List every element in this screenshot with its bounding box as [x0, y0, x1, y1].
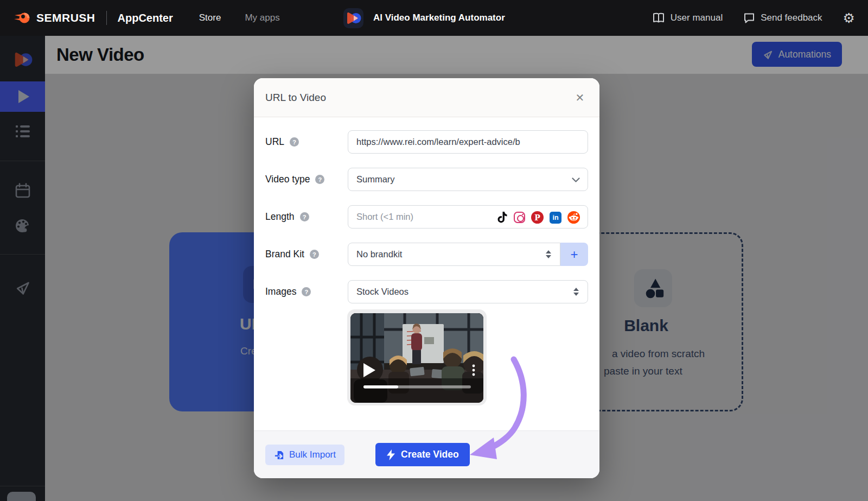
gear-icon[interactable]: ⚙ [843, 11, 855, 25]
kebab-menu-icon [473, 365, 475, 376]
help-icon[interactable]: ? [310, 250, 319, 259]
video-type-row: Video type ? Summary [254, 168, 599, 191]
brand-name: SEMRUSH [36, 11, 95, 24]
topbar-nav: Store My apps [199, 12, 280, 23]
length-value: Short (<1 min) [356, 212, 413, 222]
modal-header: URL to Video ✕ [254, 78, 599, 117]
modal-title: URL to Video [265, 92, 326, 104]
app-logo-icon [343, 8, 363, 28]
updown-icon [546, 250, 551, 258]
bulk-import-button[interactable]: Bulk Import [265, 445, 344, 465]
images-row: Images ? Stock Videos [254, 280, 599, 303]
help-icon[interactable]: ? [290, 137, 299, 147]
book-icon [652, 12, 665, 24]
brand-kit-select[interactable]: No brandkit [348, 243, 560, 266]
url-to-video-modal: URL to Video ✕ URL ? https://www.rei.com… [254, 78, 599, 478]
bolt-icon [386, 449, 395, 460]
brand-kit-label: Brand Kit ? [265, 243, 319, 266]
file-import-icon [274, 450, 284, 460]
user-manual-label: User manual [671, 12, 723, 23]
user-manual-button[interactable]: User manual [652, 12, 723, 24]
add-brand-kit-button[interactable]: + [560, 243, 588, 266]
length-select[interactable]: Short (<1 min) P in [348, 205, 588, 229]
close-icon[interactable]: ✕ [572, 90, 588, 105]
url-input[interactable]: https://www.rei.com/learn/expert-advice/… [348, 130, 588, 154]
video-type-value: Summary [356, 174, 395, 185]
video-preview[interactable] [350, 313, 483, 403]
url-value: https://www.rei.com/learn/expert-advice/… [356, 137, 520, 147]
chevron-down-icon [572, 177, 580, 182]
video-thumbnail [350, 313, 483, 403]
video-type-select[interactable]: Summary [348, 168, 588, 191]
platform-icons: P in [495, 211, 580, 224]
length-label: Length ? [265, 205, 309, 229]
updown-icon [573, 288, 579, 296]
images-select[interactable]: Stock Videos [348, 280, 588, 303]
url-row: URL ? https://www.rei.com/learn/expert-a… [254, 130, 599, 154]
app-title: AI Video Marketing Automator [373, 12, 505, 23]
video-type-label: Video type ? [265, 168, 324, 191]
video-preview-card [347, 309, 487, 405]
help-icon[interactable]: ? [315, 175, 324, 184]
app-window: SEMRUSH AppCenter Store My apps AI Video… [0, 0, 868, 501]
progress-fill [363, 385, 398, 389]
chat-icon [743, 12, 755, 24]
send-feedback-button[interactable]: Send feedback [743, 12, 822, 24]
images-value: Stock Videos [356, 287, 409, 297]
linkedin-icon: in [550, 212, 561, 224]
bulk-import-label: Bulk Import [289, 449, 336, 460]
create-video-button[interactable]: Create Video [375, 443, 470, 466]
topbar: SEMRUSH AppCenter Store My apps AI Video… [0, 0, 868, 36]
reddit-icon [567, 211, 580, 224]
suite-name: AppCenter [118, 12, 173, 24]
create-video-label: Create Video [401, 449, 459, 460]
semrush-brand[interactable]: SEMRUSH AppCenter [13, 9, 173, 27]
semrush-logo-icon [13, 9, 31, 27]
topbar-actions: User manual Send feedback ⚙ [652, 0, 855, 36]
send-feedback-label: Send feedback [761, 12, 822, 23]
current-app: AI Video Marketing Automator [343, 0, 505, 36]
help-icon[interactable]: ? [300, 212, 309, 221]
pinterest-icon: P [531, 211, 544, 224]
instagram-icon [514, 212, 525, 223]
nav-my-apps[interactable]: My apps [245, 12, 279, 23]
url-label: URL ? [265, 130, 299, 154]
brand-kit-row: Brand Kit ? No brandkit + [254, 243, 599, 266]
nav-store[interactable]: Store [199, 12, 221, 23]
help-icon[interactable]: ? [302, 287, 311, 296]
brand-kit-value: No brandkit [356, 249, 402, 259]
length-row: Length ? Short (<1 min) P in [254, 205, 599, 229]
brand-divider [106, 11, 107, 25]
modal-footer: Bulk Import Create Video [254, 430, 599, 478]
images-label: Images ? [265, 280, 311, 303]
tiktok-icon [495, 211, 508, 224]
